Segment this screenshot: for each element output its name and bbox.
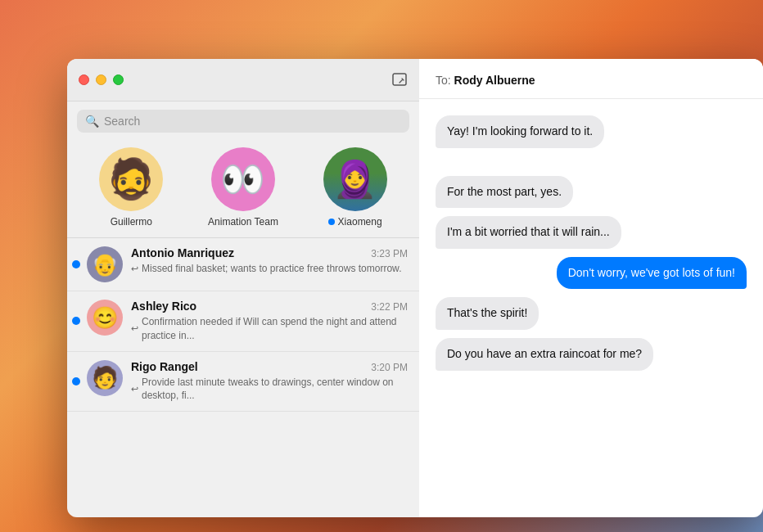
pinned-name-animation-team: Animation Team: [208, 216, 278, 228]
message-preview: Confirmation needed if Will can spend th…: [142, 315, 408, 343]
message-list: 👴 Antonio Manriquez 3:23 PM ↩ Missed fin…: [67, 238, 419, 517]
search-icon: 🔍: [85, 115, 99, 128]
reply-icon: ↩: [131, 264, 138, 274]
bubble-row-4: Don't worry, we've got lots of fun!: [436, 257, 747, 290]
sender-name: Rigo Rangel: [131, 360, 198, 373]
bubble-row-2: For the most part, yes.: [436, 176, 747, 209]
bubble-received: For the most part, yes.: [436, 176, 573, 209]
avatar-animation-team: 👀: [211, 147, 275, 211]
chat-panel: To: Rody Albuerne Yay! I'm looking forwa…: [419, 59, 763, 517]
online-indicator: [328, 219, 335, 225]
chat-header: To: Rody Albuerne: [419, 59, 763, 99]
messages-window: 🔍 Search 🧔 Guillermo 👀 Animation Team 🧕: [67, 59, 763, 517]
sender-name: Ashley Rico: [131, 300, 196, 313]
bubble-received: Do you have an extra raincoat for me?: [436, 338, 653, 371]
chat-messages: Yay! I'm looking forward to it. For the …: [419, 99, 763, 517]
message-header: Antonio Manriquez 3:23 PM: [131, 246, 408, 259]
bubble-received: That's the spirit!: [436, 297, 539, 330]
avatar-ashley: 😊: [87, 300, 123, 336]
bubble-received: I'm a bit worried that it will rain...: [436, 216, 621, 249]
pinned-contact-animation-team[interactable]: 👀 Animation Team: [198, 147, 288, 228]
avatar-guillermo: 🧔: [99, 147, 163, 211]
sender-name: Antonio Manriquez: [131, 246, 234, 259]
message-preview: Missed final basket; wants to practice f…: [142, 262, 401, 276]
pinned-contact-guillermo[interactable]: 🧔 Guillermo: [86, 147, 176, 228]
bubble-received: Yay! I'm looking forward to it.: [436, 115, 604, 148]
message-header: Ashley Rico 3:22 PM: [131, 300, 408, 313]
unread-indicator: [72, 317, 80, 325]
maximize-button[interactable]: [113, 74, 124, 85]
to-label: To:: [436, 74, 451, 87]
chat-recipient: Rody Albuerne: [454, 74, 535, 87]
svg-rect-0: [393, 74, 406, 85]
pinned-name-xiaomeng: Xiaomeng: [328, 216, 382, 228]
message-content-rigo: Rigo Rangel 3:20 PM ↩ Provide last minut…: [131, 360, 408, 404]
titlebar: [67, 59, 419, 101]
pinned-name-guillermo: Guillermo: [111, 216, 152, 228]
unread-indicator: [72, 377, 80, 385]
message-content-ashley: Ashley Rico 3:22 PM ↩ Confirmation neede…: [131, 300, 408, 343]
message-time: 3:22 PM: [371, 301, 408, 313]
bubble-row-3: I'm a bit worried that it will rain...: [436, 216, 747, 249]
compose-button[interactable]: [391, 72, 408, 88]
unread-indicator: [72, 260, 80, 268]
avatar-rigo: 🧑: [87, 360, 123, 396]
close-button[interactable]: [79, 74, 89, 85]
message-preview: Provide last minute tweaks to drawings, …: [142, 376, 408, 404]
pinned-contacts: 🧔 Guillermo 👀 Animation Team 🧕 Xiaomeng: [67, 141, 419, 238]
message-item-rigo[interactable]: 🧑 Rigo Rangel 3:20 PM ↩ Provide last min…: [67, 352, 419, 413]
minimize-button[interactable]: [96, 74, 106, 85]
reply-icon: ↩: [131, 323, 138, 334]
preview-icon-line: ↩ Missed final basket; wants to practice…: [131, 262, 408, 276]
bubble-row-6: Do you have an extra raincoat for me?: [436, 338, 747, 371]
preview-icon-line: ↩ Provide last minute tweaks to drawings…: [131, 376, 408, 404]
message-item-antonio[interactable]: 👴 Antonio Manriquez 3:23 PM ↩ Missed fin…: [67, 238, 419, 291]
message-time: 3:20 PM: [371, 362, 408, 373]
bubble-row-5: That's the spirit!: [436, 297, 747, 330]
avatar-antonio: 👴: [87, 246, 123, 282]
traffic-lights: [79, 74, 124, 85]
message-item-ashley[interactable]: 😊 Ashley Rico 3:22 PM ↩ Confirmation nee…: [67, 291, 419, 352]
bubble-row-1: Yay! I'm looking forward to it.: [436, 115, 747, 148]
message-time: 3:23 PM: [371, 248, 408, 259]
search-placeholder: Search: [104, 115, 140, 128]
message-content-antonio: Antonio Manriquez 3:23 PM ↩ Missed final…: [131, 246, 408, 276]
preview-icon-line: ↩ Confirmation needed if Will can spend …: [131, 315, 408, 343]
spacer: [436, 156, 747, 168]
reply-icon: ↩: [131, 384, 138, 394]
pinned-contact-xiaomeng[interactable]: 🧕 Xiaomeng: [310, 147, 400, 228]
message-header: Rigo Rangel 3:20 PM: [131, 360, 408, 373]
avatar-xiaomeng: 🧕: [323, 147, 387, 211]
bubble-sent: Don't worry, we've got lots of fun!: [557, 257, 747, 290]
recipient-line: To: Rody Albuerne: [436, 74, 747, 87]
search-bar[interactable]: 🔍 Search: [77, 110, 409, 133]
sidebar: 🔍 Search 🧔 Guillermo 👀 Animation Team 🧕: [67, 59, 419, 517]
